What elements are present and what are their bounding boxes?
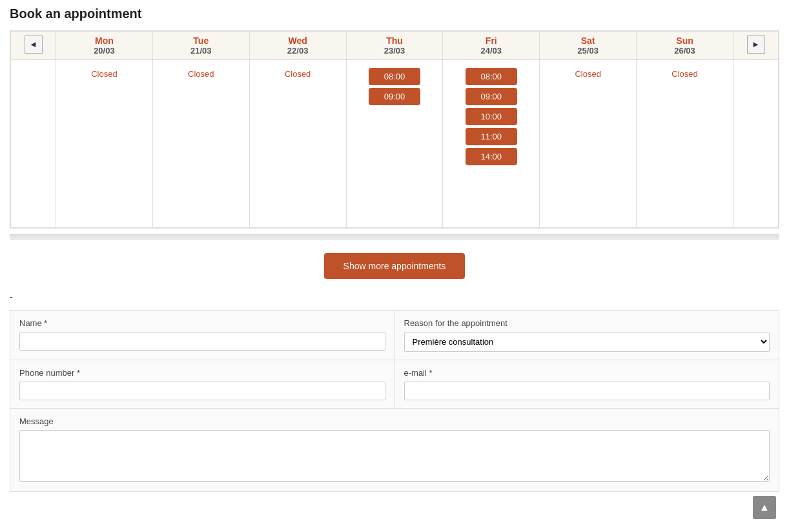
form-row-3: Message bbox=[10, 409, 779, 491]
scroll-top-button[interactable]: ▲ bbox=[753, 496, 776, 498]
prev-nav-cell: ◄ bbox=[11, 32, 56, 60]
day-name-sat: Sat bbox=[542, 36, 633, 46]
day-slots-tue: Closed bbox=[152, 60, 249, 228]
next-week-button[interactable]: ► bbox=[747, 36, 765, 54]
show-more-button[interactable]: Show more appointments bbox=[324, 253, 466, 279]
day-header-mon: Mon 20/03 bbox=[56, 32, 153, 60]
day-slots-sun: Closed bbox=[637, 60, 733, 228]
day-slots-mon: Closed bbox=[56, 60, 153, 228]
day-date-thu: 23/03 bbox=[349, 46, 440, 56]
email-label: e-mail * bbox=[404, 368, 770, 378]
prev-week-button[interactable]: ◄ bbox=[25, 36, 43, 54]
day-slots-fri: 08:0009:0010:0011:0014:00 bbox=[443, 60, 540, 228]
phone-input[interactable] bbox=[19, 382, 385, 400]
day-header-sun: Sun 26/03 bbox=[637, 32, 733, 60]
day-name-tue: Tue bbox=[156, 36, 247, 46]
day-header-wed: Wed 22/03 bbox=[249, 32, 346, 60]
time-slot-0800[interactable]: 08:00 bbox=[466, 68, 517, 85]
day-header-fri: Fri 24/03 bbox=[443, 32, 540, 60]
form-row-2: Phone number * e-mail * bbox=[10, 360, 779, 409]
calendar-slots-row: Closed Closed Closed 08:0009:00 08:0009:… bbox=[11, 60, 779, 228]
closed-label-wed: Closed bbox=[254, 69, 342, 79]
next-nav-cell: ► bbox=[733, 32, 779, 60]
form-group-name: Name * bbox=[10, 311, 395, 360]
nav-empty-left bbox=[11, 60, 56, 228]
message-label: Message bbox=[19, 416, 770, 426]
day-date-sun: 26/03 bbox=[639, 46, 730, 56]
time-slot-1400[interactable]: 14:00 bbox=[466, 148, 517, 165]
time-slot-0900[interactable]: 09:00 bbox=[369, 88, 420, 105]
day-name-fri: Fri bbox=[446, 36, 537, 46]
phone-label: Phone number * bbox=[19, 368, 385, 378]
reason-select[interactable]: Première consultation Consultation de su… bbox=[404, 332, 770, 352]
day-date-sat: 25/03 bbox=[542, 46, 633, 56]
calendar-wrapper: ◄ Mon 20/03 Tue 21/03 Wed 22/03 Thu 23/0… bbox=[10, 30, 779, 229]
time-slot-1000[interactable]: 10:00 bbox=[466, 108, 517, 125]
day-slots-sat: Closed bbox=[540, 60, 637, 228]
form-group-phone: Phone number * bbox=[10, 360, 395, 408]
day-header-sat: Sat 25/03 bbox=[540, 32, 637, 60]
closed-label-tue: Closed bbox=[157, 69, 245, 79]
closed-label-sun: Closed bbox=[640, 69, 729, 79]
day-name-thu: Thu bbox=[349, 36, 440, 46]
show-more-container: Show more appointments bbox=[10, 253, 779, 279]
time-slot-1100[interactable]: 11:00 bbox=[466, 128, 517, 145]
day-date-mon: 20/03 bbox=[59, 46, 150, 56]
calendar-table: ◄ Mon 20/03 Tue 21/03 Wed 22/03 Thu 23/0… bbox=[10, 31, 779, 228]
reason-label: Reason for the appointment bbox=[404, 318, 770, 328]
nav-empty-right bbox=[733, 60, 779, 228]
day-slots-wed: Closed bbox=[249, 60, 346, 228]
time-slot-0900[interactable]: 09:00 bbox=[466, 88, 517, 105]
name-label: Name * bbox=[19, 318, 385, 328]
closed-label-sat: Closed bbox=[544, 69, 632, 79]
day-name-wed: Wed bbox=[252, 36, 343, 46]
name-input[interactable] bbox=[19, 332, 385, 351]
day-date-fri: 24/03 bbox=[446, 46, 537, 56]
divider-bar bbox=[10, 234, 779, 240]
day-date-wed: 22/03 bbox=[252, 46, 343, 56]
booking-form: Name * Reason for the appointment Premiè… bbox=[10, 310, 779, 492]
form-row-1: Name * Reason for the appointment Premiè… bbox=[10, 311, 779, 360]
form-group-reason: Reason for the appointment Première cons… bbox=[395, 311, 779, 360]
closed-label-mon: Closed bbox=[60, 69, 149, 79]
day-header-tue: Tue 21/03 bbox=[152, 32, 249, 60]
page-title: Book an appointment bbox=[10, 6, 779, 21]
email-input[interactable] bbox=[404, 382, 770, 400]
day-slots-thu: 08:0009:00 bbox=[346, 60, 443, 228]
day-header-thu: Thu 23/03 bbox=[346, 32, 443, 60]
message-textarea[interactable] bbox=[19, 430, 770, 482]
day-name-sun: Sun bbox=[639, 36, 730, 46]
form-group-message: Message bbox=[10, 409, 779, 491]
form-group-email: e-mail * bbox=[395, 360, 779, 408]
time-slot-0800[interactable]: 08:00 bbox=[369, 68, 420, 85]
day-name-mon: Mon bbox=[59, 36, 150, 46]
day-date-tue: 21/03 bbox=[156, 46, 247, 56]
dash-separator: - bbox=[10, 292, 779, 302]
